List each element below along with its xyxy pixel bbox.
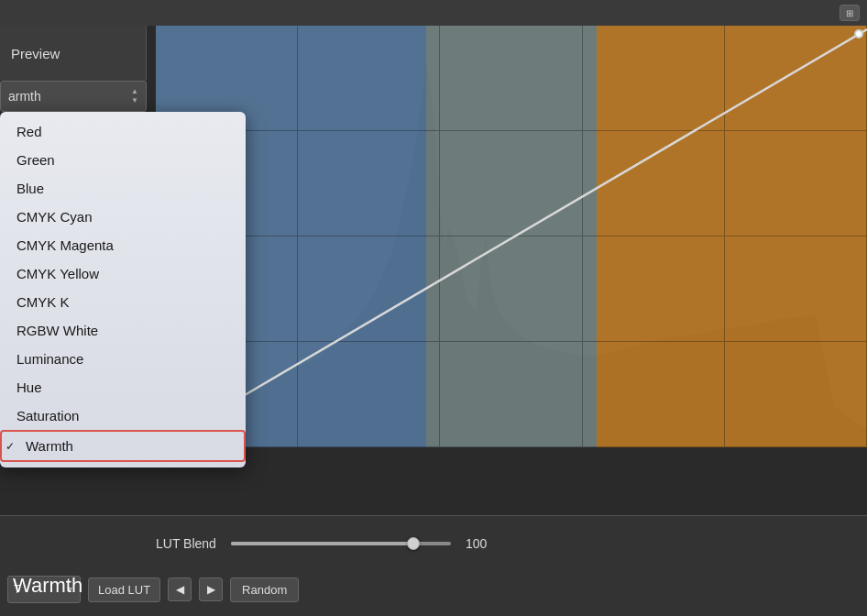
dropdown-item-hue[interactable]: Hue	[0, 373, 246, 402]
slider-thumb[interactable]	[407, 537, 420, 550]
dropdown-item-label: CMYK Magenta	[16, 237, 114, 253]
lut-blend-row: LUT Blend 100	[156, 525, 867, 562]
prev-icon: ◀	[176, 583, 184, 596]
dropdown-item-cmyk-magenta[interactable]: CMYK Magenta	[0, 231, 246, 259]
dropdown-item-cmyk-cyan[interactable]: CMYK Cyan	[0, 203, 246, 231]
dropdown-item-label: Blue	[16, 181, 44, 196]
dropdown-item-label: Green	[16, 152, 55, 168]
curve-endpoint-dot[interactable]	[854, 29, 863, 38]
dropdown-item-label: RGBW White	[16, 323, 98, 338]
top-bar: ⊞	[0, 0, 867, 26]
warmth-label: Warmth	[0, 574, 82, 598]
dropdown-item-label: Warmth	[18, 438, 73, 454]
warmth-label-area: Warmth	[0, 563, 147, 609]
histogram-zone-mid	[426, 26, 597, 447]
next-icon: ▶	[207, 583, 215, 596]
histogram-area	[156, 26, 867, 447]
dropdown-item-label: CMYK Cyan	[16, 209, 93, 225]
dropdown-item-green[interactable]: Green	[0, 146, 246, 174]
dropdown-item-label: CMYK Yellow	[16, 266, 99, 281]
dropdown-arrows: ▲ ▼	[131, 88, 138, 104]
dropdown-item-cmyk-yellow[interactable]: CMYK Yellow	[0, 259, 246, 288]
random-button[interactable]: Random	[230, 578, 299, 602]
prev-button[interactable]: ◀	[168, 578, 192, 601]
dropdown-item-label: Red	[16, 124, 42, 139]
dropdown-item-saturation[interactable]: Saturation	[0, 402, 246, 430]
histogram-zone-warm	[597, 26, 867, 447]
dropdown-item-label: Luminance	[16, 351, 83, 367]
dropdown-item-warmth[interactable]: ✓ Warmth	[0, 430, 246, 462]
histogram-background	[156, 26, 867, 447]
preview-label: Preview	[11, 46, 60, 61]
dropdown-item-blue[interactable]: Blue	[0, 174, 246, 203]
dropdown-item-red[interactable]: Red	[0, 117, 246, 146]
slider-fill	[231, 542, 413, 545]
lut-blend-slider[interactable]	[231, 542, 451, 545]
grid-icon: ⊞	[846, 8, 853, 18]
channel-dropdown-menu: Red Green Blue CMYK Cyan CMYK Magenta CM…	[0, 112, 246, 468]
lut-blend-value: 100	[466, 536, 493, 551]
top-bar-button[interactable]: ⊞	[840, 5, 860, 21]
next-button[interactable]: ▶	[199, 578, 223, 601]
dropdown-item-luminance[interactable]: Luminance	[0, 345, 246, 373]
dropdown-item-label: Saturation	[16, 408, 79, 424]
channel-selector[interactable]: armth ▲ ▼	[0, 81, 147, 112]
preview-panel: Preview	[0, 26, 147, 81]
dropdown-item-rgbw-white[interactable]: RGBW White	[0, 316, 246, 345]
dropdown-item-cmyk-k[interactable]: CMYK K	[0, 288, 246, 316]
dropdown-item-label: CMYK K	[16, 294, 70, 310]
channel-selector-text: armth	[8, 89, 41, 104]
dropdown-item-label: Hue	[16, 380, 42, 395]
checkmark-icon: ✓	[5, 440, 15, 453]
lut-blend-label: LUT Blend	[156, 536, 216, 551]
